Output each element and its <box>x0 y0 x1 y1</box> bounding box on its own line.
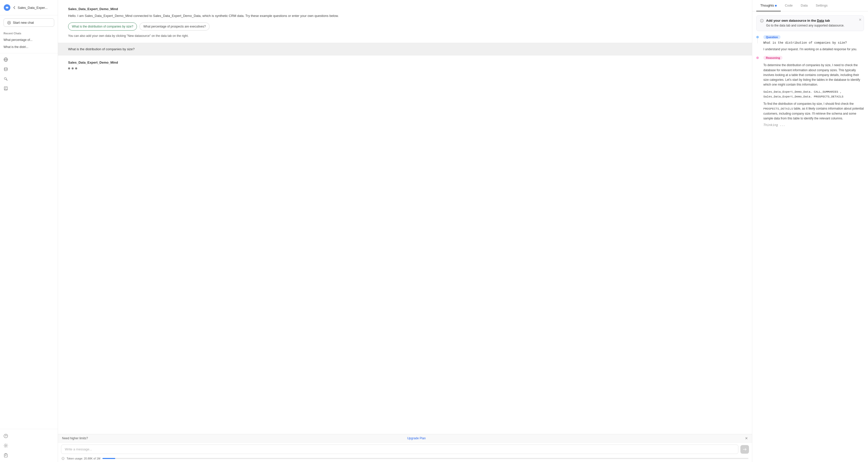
right-panel: Thoughts Code Data Settings Add your own… <box>752 0 868 462</box>
thought-dot-col <box>756 35 759 44</box>
thought-question: Question What is the distribution of com… <box>756 35 864 52</box>
chat-content: Sales_Data_Expert_Demo_Mind Hello. I am … <box>58 0 752 434</box>
recent-chats-label: Recent Chats <box>0 30 58 36</box>
bottom-bar: Need higher limits? Upgrade Plan ✕ Token… <box>58 434 752 462</box>
user-message-text: What is the distribution of companies by… <box>68 47 742 51</box>
right-tabs: Thoughts Code Data Settings <box>752 0 868 11</box>
help-icon <box>3 434 8 438</box>
question-circle <box>756 36 759 38</box>
thoughts-tab-dot <box>775 5 777 6</box>
new-chat-label: Start new chat <box>13 21 34 25</box>
typing-dot-1 <box>68 67 70 69</box>
question-response: I understand your request. I'm working o… <box>763 47 864 52</box>
example-btn-distribution[interactable]: What is the distribution of companies by… <box>68 23 137 31</box>
sidebar-nav-database[interactable] <box>0 64 58 74</box>
new-chat-section: Start new chat <box>3 19 54 27</box>
svg-point-9 <box>5 445 6 446</box>
recent-chat-item[interactable]: What percentage of... <box>0 36 58 44</box>
typing-dot-3 <box>75 67 77 69</box>
reasoning-badge: Reasoning <box>763 56 782 60</box>
welcome-text: Hello. I am Sales_Data_Expert_Demo_Mind … <box>68 13 742 19</box>
clipboard-icon <box>3 453 8 458</box>
assistant-agent-name: Sales_Data_Expert_Demo_Mind <box>68 61 742 64</box>
agent-name: Sales_Data_Expert_Demo_Mind <box>68 7 742 11</box>
sidebar-bottom-nav <box>0 429 58 462</box>
settings-icon <box>3 443 8 448</box>
send-button[interactable] <box>740 445 749 454</box>
plus-circle-icon <box>7 21 11 25</box>
typing-dot-2 <box>72 67 74 69</box>
tab-data[interactable]: Data <box>797 0 811 11</box>
token-bar <box>102 458 748 459</box>
recent-chat-item[interactable]: What is the distri... <box>0 44 58 51</box>
send-icon <box>743 447 747 452</box>
add-data-text: You can also add your own data by clicki… <box>68 34 742 38</box>
welcome-section: Sales_Data_Expert_Demo_Mind Hello. I am … <box>58 0 752 43</box>
token-label: Token usage: 20.88K of 1M <box>67 457 100 460</box>
globe-icon <box>3 57 8 62</box>
banner-close-button[interactable]: ✕ <box>859 18 862 22</box>
reasoning-para-0: To determine the distribution of compani… <box>763 63 864 87</box>
sidebar-header: Sales_Data_Exper... <box>0 0 58 16</box>
app-logo <box>3 4 10 11</box>
info-icon <box>62 457 65 460</box>
token-bar-fill <box>102 458 115 459</box>
main-chat-area: Sales_Data_Expert_Demo_Mind Hello. I am … <box>58 0 752 462</box>
reasoning-circle <box>756 57 759 59</box>
datasource-banner: Add your own datasource in the Data tab … <box>756 16 864 31</box>
tab-settings[interactable]: Settings <box>812 0 832 11</box>
thought-question-content: Question What is the distribution of com… <box>756 35 864 52</box>
tab-thoughts[interactable]: Thoughts <box>756 0 781 11</box>
database-icon <box>3 67 8 71</box>
back-icon <box>12 6 16 9</box>
datasource-banner-title: Add your own datasource in the Data tab <box>766 19 844 23</box>
thought-reasoning-content: Reasoning To determine the distribution … <box>756 56 864 127</box>
thought-reasoning: Reasoning To determine the distribution … <box>756 56 864 127</box>
upgrade-banner: Need higher limits? Upgrade Plan ✕ <box>58 434 752 442</box>
sidebar-title: Sales_Data_Exper... <box>18 6 48 9</box>
typing-indicator <box>68 67 742 69</box>
close-banner-button[interactable]: ✕ <box>745 436 748 440</box>
table-ref: PROSPECTS_DETAILS <box>763 107 793 110</box>
svg-point-5 <box>4 78 6 80</box>
sidebar: Sales_Data_Exper... Start new chat Recen… <box>0 0 58 462</box>
sidebar-nav-book[interactable] <box>0 84 58 93</box>
user-message: What is the distribution of companies by… <box>58 43 752 56</box>
token-usage: Token usage: 20.88K of 1M <box>58 456 752 462</box>
key-icon <box>3 77 8 81</box>
reasoning-body: Reasoning To determine the distribution … <box>761 56 864 127</box>
example-buttons: What is the distribution of companies by… <box>68 23 742 31</box>
example-btn-executives[interactable]: What percentage of prospects are executi… <box>140 23 209 31</box>
back-button[interactable]: Sales_Data_Exper... <box>12 6 48 9</box>
reasoning-tables: Sales_Data_Expert_Demo_Data. CALL_SUMMAR… <box>763 90 864 99</box>
datasource-info-icon <box>760 19 764 23</box>
sidebar-clipboard[interactable] <box>0 451 58 460</box>
svg-point-8 <box>5 437 6 437</box>
reasoning-dot-col <box>756 56 759 59</box>
message-input[interactable] <box>61 444 738 454</box>
assistant-message: Sales_Data_Expert_Demo_Mind <box>58 56 752 75</box>
sidebar-nav-globe[interactable] <box>0 55 58 64</box>
question-body: Question What is the distribution of com… <box>761 35 864 52</box>
upgrade-link[interactable]: Upgrade Plan <box>407 436 426 440</box>
sidebar-settings[interactable] <box>0 441 58 451</box>
message-input-row <box>58 442 752 456</box>
sidebar-help[interactable] <box>0 431 58 441</box>
connector-line <box>757 38 757 44</box>
question-text: What is the distribution of companies by… <box>763 41 864 46</box>
svg-point-4 <box>4 68 7 69</box>
book-icon <box>3 86 8 91</box>
upgrade-text: Need higher limits? <box>62 436 88 440</box>
reasoning-para-2: To find the distribution of companies by… <box>763 102 864 121</box>
sidebar-nav-key[interactable] <box>0 74 58 84</box>
right-panel-content: Add your own datasource in the Data tab … <box>752 11 868 462</box>
datasource-banner-body: Add your own datasource in the Data tab … <box>766 19 844 28</box>
tab-code[interactable]: Code <box>781 0 797 11</box>
question-badge: Question <box>763 35 780 39</box>
new-chat-button[interactable]: Start new chat <box>3 19 54 27</box>
datasource-banner-text: Go to the data tab and connect any suppo… <box>766 23 844 28</box>
thinking-text: Thinking ... <box>763 123 864 127</box>
